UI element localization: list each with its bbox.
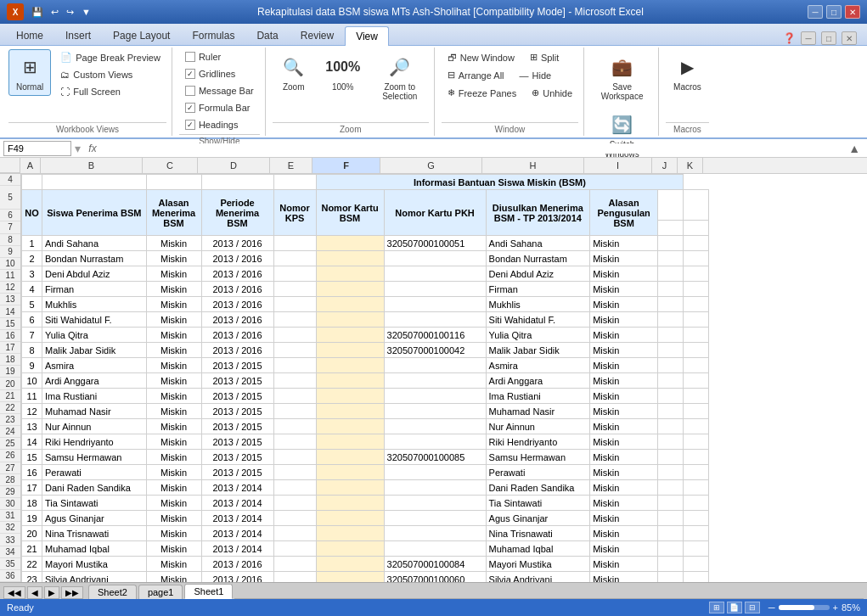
tab-insert[interactable]: Insert — [54, 25, 102, 45]
col-header-d[interactable]: D — [198, 158, 270, 173]
col-header-f[interactable]: F — [312, 158, 380, 173]
cell-pengusulan[interactable]: Miskin — [590, 236, 658, 251]
cell-b4[interactable] — [42, 175, 147, 190]
cell-a4[interactable] — [22, 175, 42, 190]
cell-c4[interactable] — [146, 175, 201, 190]
macros-btn[interactable]: ▶ Macros — [666, 49, 709, 96]
sheet-nav-first[interactable]: ◀◀ — [3, 586, 25, 599]
cell-no[interactable]: 2 — [22, 251, 42, 266]
cell-kps[interactable] — [273, 251, 316, 266]
col-pengusulan[interactable]: Alasan Pengusulan BSM — [590, 190, 658, 236]
cell-j[interactable] — [658, 236, 684, 251]
minimize-btn[interactable]: ─ — [808, 5, 823, 19]
page-break-btn[interactable]: 📄 Page Break Preview — [54, 49, 166, 65]
full-screen-btn[interactable]: ⛶ Full Screen — [54, 84, 166, 99]
cell-k[interactable] — [684, 236, 709, 251]
cell-alasan[interactable]: Miskin — [146, 236, 201, 251]
zoom-bar[interactable] — [779, 605, 830, 610]
col-header-h[interactable]: H — [482, 158, 584, 173]
ruler-toggle[interactable]: Ruler — [179, 49, 227, 64]
cell-k5[interactable] — [684, 190, 709, 221]
ribbon-restore-btn[interactable]: □ — [821, 31, 836, 45]
cell-periode[interactable]: 2013 / 2016 — [201, 236, 273, 251]
cell-kartu[interactable] — [316, 251, 384, 266]
col-header-i[interactable]: I — [584, 158, 652, 173]
undo-quick-btn[interactable]: ↩ — [48, 6, 61, 19]
formula-expand-btn[interactable]: ▲ — [845, 140, 864, 157]
sheet-tab-sheet1[interactable]: Sheet1 — [184, 584, 233, 599]
sheet-nav-prev[interactable]: ◀ — [27, 586, 42, 599]
tab-page-layout[interactable]: Page Layout — [102, 25, 181, 45]
col-header-b[interactable]: B — [41, 158, 143, 173]
restore-btn[interactable]: □ — [826, 5, 842, 19]
help-btn[interactable]: ❓ — [783, 32, 796, 44]
split-btn[interactable]: ⊞ Split — [524, 49, 565, 65]
tab-home[interactable]: Home — [5, 25, 54, 45]
save-workspace-btn[interactable]: 💼 Save Workspace — [591, 49, 653, 105]
arrange-all-btn[interactable]: ⊟ Arrange All — [442, 67, 510, 83]
col-kartu-bsm[interactable]: Nomor Kartu BSM — [316, 190, 384, 236]
col-header-c[interactable]: C — [143, 158, 198, 173]
dropdown-quick-btn[interactable]: ▼ — [79, 6, 93, 18]
col-periode[interactable]: Periode Menerima BSM — [201, 190, 273, 236]
zoom-100-btn[interactable]: 100% 100% — [322, 49, 364, 96]
col-alasan[interactable]: Alasan Menerima BSM — [146, 190, 201, 236]
cell-pkh[interactable]: 320507000100051 — [384, 236, 486, 251]
cell-siswa[interactable]: Bondan Nurrastam — [42, 251, 147, 266]
hide-btn[interactable]: — Hide — [514, 67, 558, 83]
cell-diusulkan[interactable]: Andi Sahana — [486, 236, 590, 251]
zoom-btn[interactable]: 🔍 Zoom — [273, 49, 315, 96]
col-diusulkan[interactable]: Diusulkan Menerima BSM - TP 2013/2014 — [486, 190, 590, 236]
cell-siswa[interactable]: Andi Sahana — [42, 236, 147, 251]
unhide-btn[interactable]: ⊕ Unhide — [526, 85, 578, 101]
cell-j[interactable] — [658, 251, 684, 266]
normal-view-status-btn[interactable]: ⊞ — [709, 602, 724, 613]
formula-bar-toggle[interactable]: ✓ Formula Bar — [179, 100, 256, 115]
sheet-tab-sheet2[interactable]: Sheet2 — [88, 585, 137, 599]
tab-data[interactable]: Data — [245, 25, 289, 45]
gridlines-toggle[interactable]: ✓ Gridlines — [179, 66, 241, 81]
cell-no[interactable]: 1 — [22, 236, 42, 251]
sheet-nav-last[interactable]: ▶▶ — [61, 586, 83, 599]
zoom-selection-btn[interactable]: 🔎 Zoom to Selection — [371, 49, 429, 105]
custom-views-btn[interactable]: 🗂 Custom Views — [54, 67, 166, 82]
formula-input[interactable] — [104, 143, 842, 154]
switch-windows-btn[interactable]: 🔄 Switch Windows — [591, 107, 653, 163]
cell-periode[interactable]: 2013 / 2016 — [201, 251, 273, 266]
cell-bsm-header[interactable]: Informasi Bantuan Siswa Miskin (BSM) — [316, 175, 684, 190]
col-header-j[interactable]: J — [652, 158, 678, 173]
cell-kartu[interactable] — [316, 236, 384, 251]
cell-alasan[interactable]: Miskin — [146, 251, 201, 266]
zoom-in-btn[interactable]: + — [833, 602, 838, 613]
cell-d4[interactable] — [201, 175, 273, 190]
col-header-k[interactable]: K — [678, 158, 703, 173]
col-header-a[interactable]: A — [20, 158, 41, 173]
headings-toggle[interactable]: ✓ Headings — [179, 117, 244, 132]
normal-view-btn[interactable]: ⊞ Normal — [8, 49, 51, 96]
tab-formulas[interactable]: Formulas — [181, 25, 245, 45]
col-header-g[interactable]: G — [380, 158, 482, 173]
close-btn[interactable]: ✕ — [845, 5, 860, 19]
col-pkh[interactable]: Nomor Kartu PKH — [384, 190, 486, 236]
cell-pengusulan[interactable]: Miskin — [590, 251, 658, 266]
tab-review[interactable]: Review — [290, 25, 345, 45]
ribbon-close-btn[interactable]: ✕ — [842, 31, 857, 45]
cell-j5[interactable] — [658, 190, 684, 221]
save-quick-btn[interactable]: 💾 — [29, 6, 46, 19]
message-bar-toggle[interactable]: Message Bar — [179, 83, 260, 98]
col-siswa[interactable]: Siswa Penerima BSM — [42, 190, 147, 236]
sheet-nav-next[interactable]: ▶ — [44, 586, 59, 599]
cell-k[interactable] — [684, 251, 709, 266]
cell-j6[interactable] — [658, 221, 684, 236]
page-layout-status-btn[interactable]: 📄 — [727, 602, 742, 613]
freeze-panes-btn[interactable]: ❄ Freeze Panes — [442, 85, 522, 101]
cell-e4[interactable] — [273, 175, 316, 190]
cell-diusulkan[interactable]: Bondan Nurrastam — [486, 251, 590, 266]
zoom-out-btn[interactable]: ─ — [768, 602, 775, 613]
cell-pkh[interactable] — [384, 251, 486, 266]
new-window-btn[interactable]: 🗗 New Window — [442, 49, 521, 65]
redo-quick-btn[interactable]: ↪ — [64, 6, 76, 19]
cell-kps[interactable] — [273, 236, 316, 251]
page-break-status-btn[interactable]: ⊟ — [745, 602, 760, 613]
sheet-tab-page1[interactable]: page1 — [138, 585, 183, 599]
